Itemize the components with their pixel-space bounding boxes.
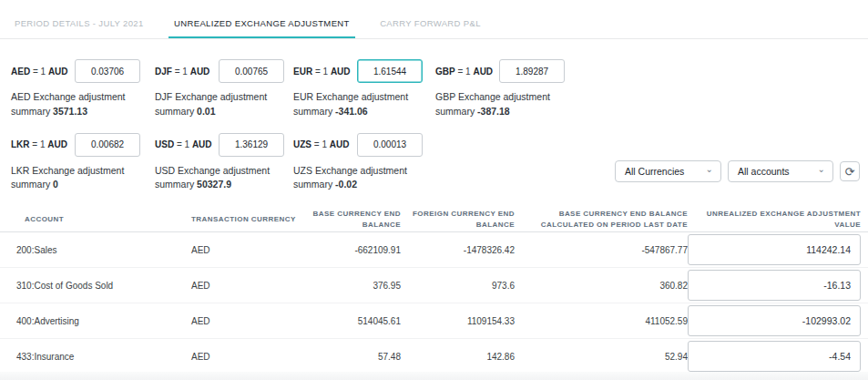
rate-summary: EUR Exchange adjustment summary -341.06 xyxy=(293,90,432,119)
refresh-button[interactable]: ⟳ xyxy=(840,161,860,181)
foreign-currency-end-balance-cell: 142.86 xyxy=(401,352,515,362)
rate-summary: LKR Exchange adjustment summary 0 xyxy=(11,164,149,193)
currency-filter-dropdown[interactable]: All Currencies ⌄ xyxy=(615,160,721,182)
unrealized-adjustment-input[interactable] xyxy=(688,270,861,301)
filter-bar: All Currencies ⌄ All accounts ⌄ ⟳ xyxy=(615,160,860,182)
rate-label: LKR = 1 AUD xyxy=(11,139,75,149)
foreign-currency-end-balance-cell: -1478326.42 xyxy=(401,245,515,255)
accounts-table: ACCOUNT TRANSACTION CURRENCY BASE CURREN… xyxy=(0,207,868,374)
table-row: 310:Cost of Goods Sold AED 376.95 973.6 … xyxy=(0,268,868,303)
account-filter-dropdown[interactable]: All accounts ⌄ xyxy=(728,160,833,182)
exchange-rate-card: EUR = 1 AUD EUR Exchange adjustment summ… xyxy=(293,59,435,119)
table-row: 433:Insurance AED 57.48 142.86 52.94 xyxy=(0,339,868,374)
base-currency-end-balance-cell: 57.48 xyxy=(310,352,401,362)
table-row: 400:Advertising AED 514045.61 1109154.33… xyxy=(0,303,868,339)
rate-input[interactable] xyxy=(75,133,140,157)
base-currency-end-balance-cell: -662109.91 xyxy=(310,245,401,255)
rate-summary: USD Exchange adjustment summary 50327.9 xyxy=(155,164,293,193)
unrealized-exchange-adjustment-page: PERIOD DETAILS - JULY 2021 UNREALIZED EX… xyxy=(0,0,868,380)
rate-label: GBP = 1 AUD xyxy=(435,67,499,77)
transaction-currency-cell: AED xyxy=(173,352,310,362)
rate-input[interactable] xyxy=(75,59,140,83)
rate-label: USD = 1 AUD xyxy=(155,139,219,149)
page-bottom-edge xyxy=(0,372,868,380)
exchange-rates-grid: AED = 1 AUD AED Exchange adjustment summ… xyxy=(11,59,601,192)
foreign-currency-end-balance-cell: 973.6 xyxy=(401,281,515,291)
tab-unrealized-exchange-adjustment[interactable]: UNREALIZED EXCHANGE ADJUSTMENT xyxy=(168,12,355,38)
exchange-rate-card: LKR = 1 AUD LKR Exchange adjustment summ… xyxy=(11,133,155,193)
rate-label: UZS = 1 AUD xyxy=(293,139,357,149)
transaction-currency-cell: AED xyxy=(173,316,310,326)
exchange-rate-card: DJF = 1 AUD DJF Exchange adjustment summ… xyxy=(155,59,293,119)
foreign-currency-end-balance-cell: 1109154.33 xyxy=(401,316,515,326)
exchange-rate-card: UZS = 1 AUD UZS Exchange adjustment summ… xyxy=(293,133,435,193)
currency-filter-label: All Currencies xyxy=(625,166,684,177)
header-foreign-currency-end-balance: FOREIGN CURRENCY END BALANCE xyxy=(401,209,515,230)
base-currency-end-balance-period-cell: -547867.77 xyxy=(515,245,688,255)
tab-period-details[interactable]: PERIOD DETAILS - JULY 2021 xyxy=(9,12,149,38)
account-cell: 433:Insurance xyxy=(0,352,173,362)
table-header-row: ACCOUNT TRANSACTION CURRENCY BASE CURREN… xyxy=(0,207,868,232)
rate-input[interactable] xyxy=(219,59,284,83)
header-account: ACCOUNT xyxy=(0,214,173,225)
tab-carry-forward-pl[interactable]: CARRY FORWARD P&L xyxy=(374,12,486,38)
exchange-rate-card: AED = 1 AUD AED Exchange adjustment summ… xyxy=(11,59,155,119)
exchange-rate-card: USD = 1 AUD USD Exchange adjustment summ… xyxy=(155,133,293,193)
header-transaction-currency: TRANSACTION CURRENCY xyxy=(173,214,310,225)
account-filter-label: All accounts xyxy=(738,166,790,177)
account-cell: 200:Sales xyxy=(0,245,173,255)
header-base-currency-end-balance: BASE CURRENCY END BALANCE xyxy=(310,209,401,230)
rate-input[interactable] xyxy=(219,133,284,157)
base-currency-end-balance-period-cell: 411052.59 xyxy=(515,316,688,326)
transaction-currency-cell: AED xyxy=(173,245,310,255)
chevron-down-icon: ⌄ xyxy=(818,165,825,174)
tab-bar: PERIOD DETAILS - JULY 2021 UNREALIZED EX… xyxy=(0,0,868,39)
unrealized-adjustment-input[interactable] xyxy=(688,234,861,265)
base-currency-end-balance-cell: 514045.61 xyxy=(310,316,401,326)
rate-summary: AED Exchange adjustment summary 3571.13 xyxy=(11,90,149,119)
base-currency-end-balance-cell: 376.95 xyxy=(310,281,401,291)
rate-label: AED = 1 AUD xyxy=(11,67,75,77)
account-cell: 400:Advertising xyxy=(0,316,173,326)
rate-summary: GBP Exchange adjustment summary -387.18 xyxy=(435,90,574,119)
rate-label: DJF = 1 AUD xyxy=(155,67,219,77)
refresh-icon: ⟳ xyxy=(845,165,855,179)
rate-summary: UZS Exchange adjustment summary -0.02 xyxy=(293,164,432,193)
header-unrealized-exchange-adjustment: UNREALIZED EXCHANGE ADJUSTMENT VALUE xyxy=(688,209,868,230)
header-base-currency-end-balance-period: BASE CURRENCY END BALANCE CALCULATED ON … xyxy=(515,209,688,230)
rate-label: EUR = 1 AUD xyxy=(293,67,357,77)
rate-input[interactable] xyxy=(357,133,423,157)
unrealized-adjustment-input[interactable] xyxy=(688,305,861,336)
base-currency-end-balance-period-cell: 360.82 xyxy=(515,281,688,291)
account-cell: 310:Cost of Goods Sold xyxy=(0,281,173,291)
unrealized-adjustment-input[interactable] xyxy=(688,341,861,372)
rate-input[interactable] xyxy=(499,59,565,83)
exchange-rate-card: GBP = 1 AUD GBP Exchange adjustment summ… xyxy=(435,59,581,119)
rate-input[interactable] xyxy=(357,59,423,83)
table-row: 200:Sales AED -662109.91 -1478326.42 -54… xyxy=(0,232,868,268)
transaction-currency-cell: AED xyxy=(173,281,310,291)
chevron-down-icon: ⌄ xyxy=(706,165,713,174)
table-body: 200:Sales AED -662109.91 -1478326.42 -54… xyxy=(0,232,868,374)
base-currency-end-balance-period-cell: 52.94 xyxy=(515,352,688,362)
rate-summary: DJF Exchange adjustment summary 0.01 xyxy=(155,90,293,119)
